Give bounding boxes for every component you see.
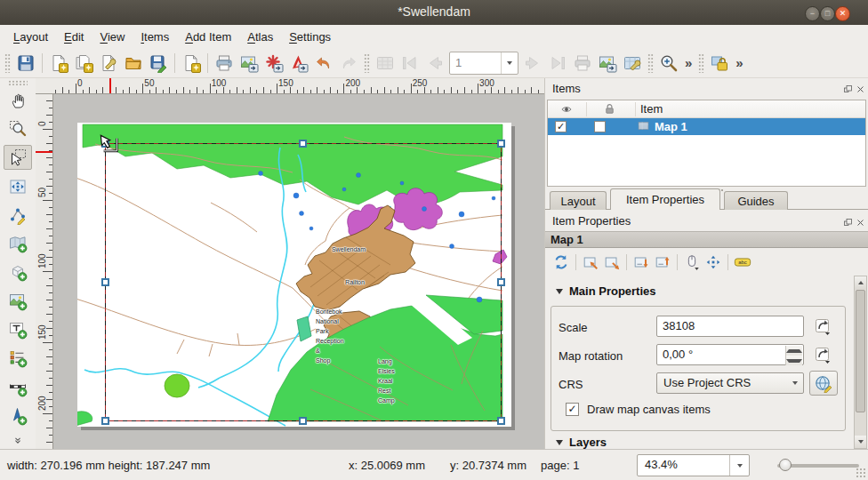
items-panel-title: Items (552, 82, 581, 95)
export-pdf-button[interactable] (286, 51, 311, 76)
zoom-combo-arrow-icon[interactable] (729, 455, 749, 476)
item-properties-float-icon[interactable] (842, 217, 853, 228)
selection-handle[interactable] (497, 417, 505, 425)
close-button[interactable]: ✕ (835, 6, 850, 21)
refresh-button[interactable] (551, 252, 572, 273)
resize-grip[interactable] (856, 468, 866, 478)
menu-items[interactable]: Items (133, 28, 177, 46)
atlas-last-button[interactable] (545, 51, 570, 76)
items-panel-float-icon[interactable] (842, 84, 853, 94)
view-scale-button[interactable] (652, 252, 673, 273)
zoom-in-button[interactable] (656, 51, 681, 76)
add-label-tool[interactable] (4, 317, 32, 342)
redo-button[interactable] (336, 51, 361, 76)
selection-handle[interactable] (497, 140, 505, 148)
atlas-first-button[interactable] (398, 51, 422, 76)
map-rotation-spinbox[interactable]: 0,00 ° (656, 344, 804, 365)
zoom-slider-handle[interactable] (779, 459, 792, 471)
print-button[interactable] (212, 51, 237, 76)
lock-items-button[interactable] (707, 51, 732, 76)
open-layout-button[interactable] (121, 51, 146, 76)
main-properties-section[interactable]: Main Properties (556, 284, 656, 298)
export-svg-button[interactable] (261, 51, 286, 76)
zoom-level-combo[interactable]: 43.4% (637, 454, 750, 476)
add-picture-tool[interactable] (4, 289, 32, 314)
properties-scrollbar[interactable] (854, 276, 867, 449)
more-tools-chevron[interactable] (4, 432, 32, 447)
add-legend-tool[interactable] (4, 346, 32, 371)
labels-button[interactable]: abc (732, 252, 753, 273)
scrollbar-thumb[interactable] (856, 290, 865, 412)
lock-checkbox[interactable] (594, 121, 606, 132)
toolbar-overflow-button[interactable]: » (685, 55, 692, 70)
edit-nodes-tool[interactable] (4, 203, 32, 228)
view-extent-button[interactable] (601, 252, 623, 273)
atlas-settings-button[interactable] (620, 51, 645, 76)
selection-handle[interactable] (299, 140, 307, 148)
menu-atlas[interactable]: Atlas (239, 28, 281, 46)
maximize-button[interactable]: □ (820, 6, 835, 21)
atlas-prev-button[interactable] (422, 51, 447, 76)
set-extent-button[interactable] (580, 252, 601, 273)
tab-guides[interactable]: Guides (724, 191, 788, 210)
combo-arrow-icon[interactable] (501, 52, 518, 74)
horizontal-ruler: 050100150200250300 (36, 78, 544, 94)
items-row-map-1[interactable]: ✓Map 1 (548, 118, 865, 135)
selection-handle[interactable] (299, 417, 307, 425)
save-as-template-button[interactable] (146, 51, 171, 76)
rotation-override-button[interactable] (811, 343, 834, 366)
atlas-preview-button[interactable] (373, 51, 398, 76)
add-map-tool[interactable] (4, 231, 32, 256)
draw-map-canvas-items-checkbox[interactable]: ✓ (566, 403, 579, 416)
page-1[interactable]: SwellendamRailtonBontebok National Park … (77, 123, 511, 427)
map-label: Bontebok National Park Reception & Shop (316, 307, 344, 365)
print-atlas-button[interactable] (570, 51, 595, 76)
right-panel: Items Item ✓Map 1 LayoutItem PropertiesG… (544, 78, 868, 449)
undo-button[interactable] (311, 51, 336, 76)
toolbar-overflow-button[interactable]: » (735, 55, 743, 70)
layout-manager-button[interactable] (96, 51, 121, 76)
scale-override-button[interactable] (811, 315, 834, 338)
menu-add-item[interactable]: Add Item (177, 28, 239, 46)
zoom-tool[interactable] (4, 116, 32, 141)
new-layout-button[interactable] (46, 51, 71, 76)
scroll-up-icon[interactable] (855, 276, 866, 289)
atlas-next-button[interactable] (520, 51, 545, 76)
scroll-down-icon[interactable] (855, 436, 866, 448)
set-scale-button[interactable] (631, 252, 652, 273)
add-pages-button[interactable] (179, 51, 204, 76)
menu-settings[interactable]: Settings (281, 28, 339, 46)
rotation-spin-buttons[interactable] (785, 346, 802, 365)
pan-tool[interactable] (4, 88, 32, 113)
add-north-arrow-tool[interactable] (4, 404, 32, 428)
menu-layout[interactable]: Layout (5, 28, 56, 46)
items-panel-close-icon[interactable] (855, 84, 865, 94)
select-move-item-tool[interactable] (4, 145, 32, 170)
crs-select-button[interactable] (809, 371, 838, 396)
duplicate-layout-button[interactable] (71, 51, 96, 76)
selection-handle[interactable] (101, 278, 109, 286)
move-item-content-tool[interactable] (4, 173, 32, 198)
scale-input[interactable]: 38108 (656, 316, 804, 337)
atlas-page-combo[interactable]: 1 (449, 52, 518, 75)
tab-layout[interactable]: Layout (550, 191, 607, 210)
item-properties-close-icon[interactable] (855, 217, 865, 228)
add-scalebar-tool[interactable] (4, 374, 32, 399)
vertical-ruler: 050100150200 (36, 94, 53, 449)
layers-section[interactable]: Layers (556, 436, 607, 449)
move-map-content-button[interactable] (703, 252, 724, 273)
crs-combo[interactable]: Use Project CRS (656, 372, 804, 394)
layout-canvas[interactable]: SwellendamRailtonBontebok National Park … (53, 94, 544, 449)
tab-item-properties[interactable]: Item Properties (610, 188, 720, 210)
add-3d-map-tool[interactable] (4, 260, 32, 284)
menu-edit[interactable]: Edit (56, 28, 92, 46)
selection-handle[interactable] (497, 278, 505, 286)
export-image-button[interactable] (237, 51, 261, 76)
save-layout-button[interactable] (13, 51, 38, 76)
edit-extent-button[interactable] (681, 252, 703, 273)
selection-handle[interactable] (101, 417, 109, 425)
visibility-checkbox[interactable]: ✓ (555, 121, 567, 132)
export-atlas-button[interactable] (595, 51, 620, 76)
menu-view[interactable]: View (92, 28, 133, 46)
minimize-button[interactable]: − (805, 6, 820, 21)
